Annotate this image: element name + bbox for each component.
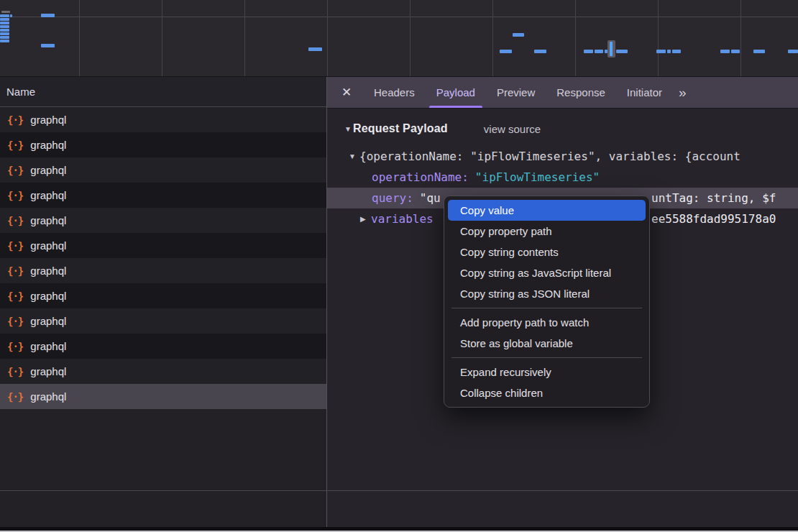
menu-item-copy-string-contents[interactable]: Copy string contents [444, 242, 649, 262]
request-name: graphql [30, 290, 66, 302]
detail-tabs: HeadersPayloadPreviewResponseInitiator [363, 77, 673, 108]
json-request-icon: {·} [7, 139, 23, 151]
waterfall-bar [534, 50, 546, 53]
waterfall-bar [0, 40, 9, 42]
footer-divider [0, 490, 798, 491]
close-icon[interactable]: ✕ [337, 85, 356, 100]
overview-selection-tick [610, 42, 613, 56]
waterfall-bar [672, 50, 681, 53]
menu-item-copy-string-as-json-literal[interactable]: Copy string as JSON literal [444, 283, 649, 304]
overview-gridline [79, 0, 80, 76]
json-request-icon: {·} [7, 341, 23, 352]
waterfall-bar [1, 11, 10, 13]
json-request-icon: {·} [7, 265, 23, 277]
json-request-icon: {·} [7, 366, 23, 377]
overview-gridline [327, 0, 328, 76]
collapsed-triangle-icon[interactable]: ▶ [360, 215, 371, 223]
waterfall-bar [753, 50, 765, 53]
requests-pane: Name {·}graphql{·}graphql{·}graphql{·}gr… [0, 77, 326, 527]
context-menu: Copy valueCopy property pathCopy string … [444, 196, 650, 408]
overview-gridline [740, 0, 741, 76]
request-name: graphql [30, 365, 66, 377]
overview-gridline [244, 0, 245, 76]
overview-gridline [492, 0, 493, 76]
menu-item-store-as-global-variable[interactable]: Store as global variable [444, 333, 649, 354]
overview-gridline [658, 0, 659, 76]
tab-preview[interactable]: Preview [486, 77, 546, 108]
overview-gridline [410, 0, 411, 76]
request-name: graphql [30, 114, 66, 126]
tab-response[interactable]: Response [546, 77, 616, 108]
view-source-link[interactable]: view source [484, 123, 541, 135]
request-name: graphql [30, 139, 66, 151]
request-row[interactable]: {·}graphql [0, 157, 326, 183]
menu-item-collapse-children[interactable]: Collapse children [444, 382, 649, 403]
waterfall-bar [41, 14, 55, 17]
waterfall-bar [0, 29, 9, 32]
request-name: graphql [30, 214, 66, 226]
json-request-icon: {·} [7, 316, 23, 327]
menu-divider [451, 357, 642, 358]
waterfall-bar [10, 14, 12, 17]
request-row[interactable]: {·}graphql [0, 283, 326, 308]
name-column-header[interactable]: Name [0, 77, 326, 107]
request-payload-section-header: ▼ Request Payload view source [327, 118, 798, 139]
tab-initiator[interactable]: Initiator [616, 77, 673, 108]
request-name: graphql [30, 189, 66, 201]
query-value-prefix: "qu [420, 191, 441, 205]
request-row[interactable]: {·}graphql [0, 384, 326, 409]
window-bottom-edge [0, 527, 798, 532]
request-name: graphql [30, 390, 66, 403]
json-request-icon: {·} [7, 190, 23, 201]
request-name: graphql [30, 340, 66, 352]
request-row[interactable]: {·}graphql [0, 258, 326, 283]
menu-item-add-property-path-to-watch[interactable]: Add property path to watch [444, 312, 649, 333]
waterfall-bar [308, 47, 322, 51]
menu-divider [451, 308, 642, 308]
json-request-icon: {·} [7, 215, 23, 226]
devtools-network-window: Name {·}graphql{·}graphql{·}graphql{·}gr… [0, 0, 798, 532]
json-key: variables [371, 212, 434, 226]
menu-item-copy-property-path[interactable]: Copy property path [444, 221, 649, 242]
request-row[interactable]: {·}graphql [0, 132, 326, 157]
request-row[interactable]: {·}graphql [0, 334, 326, 359]
request-row[interactable]: {·}graphql [0, 233, 326, 258]
tab-headers[interactable]: Headers [363, 77, 426, 108]
waterfall-bar [584, 50, 593, 53]
json-string-value: "ipFlowTimeseries" [475, 170, 600, 184]
request-name: graphql [30, 164, 66, 176]
request-row[interactable]: {·}graphql [0, 183, 326, 208]
variables-value-tail: ee5588fdad995178a0 [651, 212, 776, 226]
waterfall-bar [500, 50, 512, 53]
request-row[interactable]: {·}graphql [0, 107, 326, 132]
menu-item-expand-recursively[interactable]: Expand recursively [444, 362, 649, 382]
operation-name-row[interactable]: operationName: "ipFlowTimeseries" [327, 167, 798, 188]
overflow-tabs-icon[interactable]: » [679, 85, 687, 101]
request-name: graphql [30, 315, 66, 327]
tab-payload[interactable]: Payload [426, 77, 486, 108]
request-row[interactable]: {·}graphql [0, 359, 326, 384]
menu-item-copy-value[interactable]: Copy value [448, 200, 646, 221]
section-title: Request Payload [353, 122, 448, 135]
network-overview-waterfall[interactable] [0, 0, 798, 78]
waterfall-bar [595, 50, 603, 53]
waterfall-bar [788, 50, 798, 53]
menu-item-copy-string-as-javascript-literal[interactable]: Copy string as JavaScript literal [444, 262, 649, 283]
section-collapse-icon[interactable]: ▼ [344, 125, 352, 133]
name-column-label: Name [6, 86, 35, 98]
requests-list: {·}graphql{·}graphql{·}graphql{·}graphql… [0, 107, 326, 409]
overview-gridline [575, 0, 576, 76]
waterfall-bar [0, 22, 9, 24]
request-row[interactable]: {·}graphql [0, 208, 326, 233]
waterfall-bar [0, 14, 9, 17]
json-request-icon: {·} [7, 240, 23, 252]
waterfall-bar [0, 36, 9, 39]
expanded-triangle-icon[interactable]: ▼ [349, 152, 359, 160]
request-row[interactable]: {·}graphql [0, 308, 326, 334]
waterfall-bar [616, 50, 628, 53]
waterfall-bar [513, 33, 524, 37]
detail-tabbar: ✕ HeadersPayloadPreviewResponseInitiator… [327, 77, 798, 109]
json-key: query: [372, 191, 413, 205]
payload-root-row[interactable]: ▼ {operationName: "ipFlowTimeseries", va… [327, 146, 798, 167]
json-request-icon: {·} [7, 114, 23, 126]
